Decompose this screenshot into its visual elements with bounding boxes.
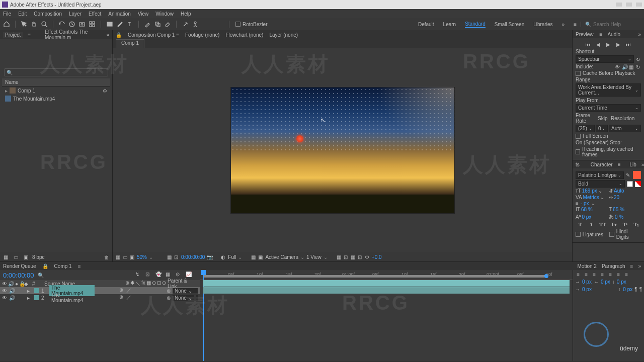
vscale-value[interactable]: 68 % [581, 207, 593, 212]
camera-dropdown[interactable]: Active Camera [265, 254, 298, 260]
comp-mini-icon[interactable]: ↯ [135, 272, 142, 279]
graph-editor-icon[interactable]: 📈 [186, 272, 193, 279]
range-dropdown[interactable]: Work Area Extended By Current...⌄ [576, 83, 641, 97]
tsume-value[interactable]: 0 % [615, 214, 623, 220]
mask-icon[interactable]: ▭ [123, 254, 128, 259]
panel-menu-icon[interactable]: ≡ [28, 32, 31, 38]
rectangle-tool-icon[interactable] [106, 21, 113, 28]
libraries-tab[interactable]: Lib [630, 162, 636, 167]
indent-right[interactable]: 0 px [601, 279, 610, 285]
alpha-icon[interactable]: ▦ [116, 254, 121, 259]
label-color[interactable] [34, 288, 39, 293]
direction-ltr-icon[interactable]: ¶ [634, 287, 637, 292]
workspace-default[interactable]: Default [418, 22, 434, 27]
clone-tool-icon[interactable] [154, 21, 161, 28]
paragraph-tab[interactable]: Paragraph [602, 263, 625, 269]
fill-color-swatch[interactable] [633, 171, 641, 179]
rotobezier-checkbox[interactable] [235, 22, 240, 27]
composition-viewer[interactable]: ↖ [113, 48, 572, 252]
rotation-tool-icon[interactable] [68, 21, 75, 28]
space-before[interactable]: 0 px [617, 279, 626, 285]
flowchart-icon[interactable]: ⊡ [358, 254, 363, 259]
channel-icon[interactable]: ▣ [130, 254, 135, 259]
menu-composition[interactable]: Composition [34, 11, 62, 17]
selection-tool-icon[interactable] [21, 21, 28, 28]
bold-button[interactable]: T [577, 221, 583, 227]
timeline-layer-row[interactable]: 👁 🔊 ▸ 2 The Mountain.mp4 ⊕／ ⊚ None ⌄ [0, 294, 200, 301]
play-button[interactable]: ▶ [605, 41, 612, 47]
direction-rtl-icon[interactable]: ¶ [639, 287, 642, 292]
space-after[interactable]: 0 px [623, 287, 632, 292]
roi-icon[interactable]: ⊡ [174, 254, 179, 259]
align-left-button[interactable]: ≡ [575, 271, 581, 277]
flowchart-tab[interactable]: Flowchart (none) [225, 32, 263, 38]
motion-tab[interactable]: Motion 2 [578, 263, 597, 269]
menu-animation[interactable]: Animation [108, 11, 130, 17]
camera-tool-icon[interactable] [78, 21, 86, 28]
visibility-toggle[interactable]: 👁 [2, 295, 7, 300]
orbit-tool-icon[interactable] [58, 21, 65, 28]
hand-tool-icon[interactable] [31, 21, 38, 28]
project-tab[interactable]: Project [3, 32, 23, 38]
eyedropper-icon[interactable]: ✎ [626, 172, 631, 177]
first-frame-button[interactable]: ⏮ [585, 41, 592, 47]
italic-button[interactable]: T [588, 221, 594, 227]
bpc-button[interactable]: 8 bpc [32, 254, 44, 260]
pickwhip-icon[interactable]: ⊚ [167, 295, 171, 301]
prev-frame-button[interactable]: ◀ [595, 41, 602, 47]
3d-view-icon[interactable]: ▣ [258, 254, 263, 259]
timeline-search-icon[interactable]: 🔍 [38, 273, 44, 278]
workspace-learn[interactable]: Learn [443, 22, 456, 27]
roto-tool-icon[interactable] [182, 21, 189, 28]
reset-icon[interactable]: ↻ [636, 57, 641, 62]
audio-column-icon[interactable]: 🔊 [8, 281, 14, 287]
leading-value[interactable]: Auto [614, 188, 624, 194]
allcaps-button[interactable]: TT [600, 221, 606, 227]
label-color[interactable] [34, 295, 39, 300]
lock-icon[interactable]: 🔒 [116, 32, 122, 38]
justify-last-right-button[interactable]: ≡ [615, 271, 621, 277]
menu-effect[interactable]: Effect [89, 11, 101, 17]
parent-dropdown[interactable]: None ⌄ [173, 288, 198, 294]
show-channel-icon[interactable]: ◐ [221, 254, 226, 259]
pen-tool-icon[interactable] [116, 21, 123, 28]
composition-tab[interactable]: Composition Comp 1 ≡ [128, 32, 179, 38]
trash-icon[interactable]: 🗑 [103, 253, 110, 260]
font-size-value[interactable]: 169 px [582, 188, 597, 194]
menu-window[interactable]: Window [155, 11, 174, 17]
panel-more-icon[interactable]: » [106, 32, 109, 38]
interpret-footage-icon[interactable]: ▦ [2, 253, 9, 260]
last-frame-button[interactable]: ⏭ [625, 41, 632, 47]
kerning-value[interactable]: Metrics [583, 195, 599, 200]
brush-tool-icon[interactable] [144, 21, 151, 28]
ligatures-checkbox[interactable] [576, 232, 581, 237]
superscript-button[interactable]: T¹ [622, 221, 628, 227]
workspace-small-screen[interactable]: Small Screen [495, 22, 524, 27]
layer-name[interactable]: The Mountain.mp4 [49, 292, 95, 303]
puppet-tool-icon[interactable] [192, 21, 199, 28]
resolution-dropdown[interactable]: Full [228, 254, 236, 260]
name-column-header[interactable]: Name [2, 78, 110, 86]
justify-last-center-button[interactable]: ≡ [607, 271, 613, 277]
ifcaching-checkbox[interactable] [576, 149, 580, 154]
hindi-checkbox[interactable] [609, 232, 614, 237]
anchor-tool-icon[interactable] [89, 21, 96, 28]
preview-tab[interactable]: Preview [576, 32, 594, 37]
solo-column-icon[interactable]: ● [15, 281, 18, 287]
timecode-display[interactable]: 0:00:00:00 [181, 254, 205, 260]
hscale-value[interactable]: 65 % [613, 207, 624, 212]
maximize-button[interactable] [626, 3, 632, 7]
timeline-comp-tab[interactable]: Comp 1 [54, 263, 72, 269]
project-search-input[interactable]: 🔍 [4, 68, 108, 76]
justify-all-button[interactable]: ≡ [623, 271, 629, 277]
preview-res-dropdown[interactable]: Auto⌄ [609, 125, 641, 132]
layer-duration-bar[interactable] [203, 280, 570, 287]
effect-controls-tab[interactable]: Effect Controls The Mountain.m [45, 29, 102, 40]
no-color-swatch[interactable] [635, 181, 641, 187]
time-ruler[interactable]: 05f 10f 15f 20f 01:00f 05f 10f 15f 20f 0… [200, 270, 573, 280]
zoom-dropdown[interactable]: 50% [137, 254, 147, 260]
timeline-icon[interactable]: ▦ [351, 254, 356, 259]
footage-tab[interactable]: Footage (none) [185, 32, 219, 38]
new-folder-icon[interactable]: ▭ [12, 253, 19, 260]
comp-subtab[interactable]: Comp 1 [116, 39, 144, 48]
